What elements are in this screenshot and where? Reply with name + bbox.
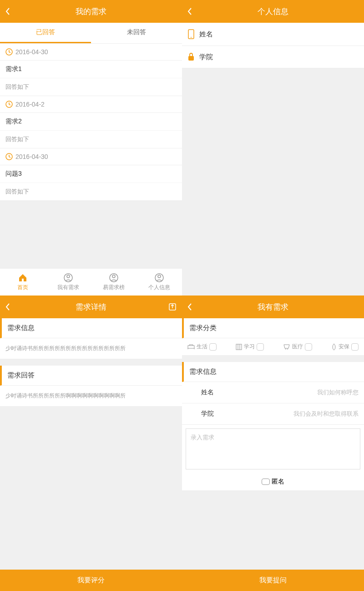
panel-submit-need: 我有需求 需求分类 生活 学习 医疗 安保 需求信息 姓名 我们如何称呼您 学院… <box>182 296 364 591</box>
header: 个人信息 <box>182 0 364 23</box>
item-title[interactable]: 需求2 <box>0 113 182 131</box>
svg-point-4 <box>67 275 70 278</box>
back-icon[interactable] <box>187 303 192 311</box>
header: 我有需求 <box>182 296 364 318</box>
panel-profile: 个人信息 姓名 学院 <box>182 0 364 296</box>
nav-rank[interactable]: 易需求榜 <box>91 269 136 296</box>
form-college-hint: 我们会及时和您取得联系 <box>293 410 359 418</box>
category-medical[interactable]: 医疗 <box>283 343 312 351</box>
tab-answered[interactable]: 已回答 <box>0 23 91 43</box>
item-title[interactable]: 需求1 <box>0 61 182 78</box>
need-answer-body: 少时诵诗书所所所所所所啊啊啊啊啊啊啊啊啊啊所 <box>0 386 182 407</box>
category-row: 生活 学习 医疗 安保 <box>182 338 364 356</box>
svg-point-10 <box>191 37 192 38</box>
item-title[interactable]: 问题3 <box>0 165 182 183</box>
clock-icon <box>5 48 13 56</box>
profile-college-row[interactable]: 学院 <box>182 46 364 68</box>
nav-label: 易需求榜 <box>103 284 125 291</box>
date-text: 2016-04-30 <box>15 153 48 160</box>
category-security[interactable]: 安保 <box>331 343 359 351</box>
rate-button[interactable]: 我要评分 <box>0 570 182 591</box>
date-text: 2016-04-2 <box>15 101 45 108</box>
clock-icon <box>5 153 13 160</box>
header: 我的需求 <box>0 0 182 23</box>
nav-label: 个人信息 <box>148 284 170 291</box>
profile-name-row[interactable]: 姓名 <box>182 23 364 46</box>
bottom-nav: 首页 我有需求 易需求榜 个人信息 <box>0 268 182 296</box>
nav-need[interactable]: 我有需求 <box>46 269 91 296</box>
study-icon <box>236 344 242 350</box>
checkbox[interactable] <box>262 479 270 485</box>
section-category: 需求分类 <box>182 318 364 338</box>
page-title: 我有需求 <box>258 302 288 312</box>
back-icon[interactable] <box>5 7 10 15</box>
home-icon <box>18 273 28 283</box>
category-study[interactable]: 学习 <box>236 343 264 351</box>
submit-button[interactable]: 我要提问 <box>182 570 364 591</box>
form-college-row[interactable]: 学院 我们会及时和您取得联系 <box>182 403 364 425</box>
phone-icon <box>187 29 195 39</box>
checkbox[interactable] <box>257 343 264 351</box>
section-need-info: 需求信息 <box>182 362 364 382</box>
user-icon <box>63 273 73 283</box>
checkbox[interactable] <box>305 343 312 351</box>
section-need-info: 需求信息 <box>0 318 182 338</box>
svg-rect-11 <box>188 56 194 61</box>
date-row: 2016-04-30 <box>0 148 182 165</box>
lock-icon <box>187 52 195 61</box>
svg-point-6 <box>112 275 115 278</box>
list-content: 2016-04-30 需求1 回答如下 2016-04-2 需求2 回答如下 2… <box>0 44 182 268</box>
svg-rect-13 <box>188 346 194 348</box>
category-label: 安保 <box>339 343 349 351</box>
page-title: 我的需求 <box>76 6 106 17</box>
back-icon[interactable] <box>5 303 10 311</box>
security-icon <box>331 343 337 351</box>
nav-profile[interactable]: 个人信息 <box>136 269 182 296</box>
user-icon <box>109 273 119 283</box>
user-icon <box>154 273 164 283</box>
category-life[interactable]: 生活 <box>187 343 217 351</box>
date-row: 2016-04-30 <box>0 44 182 61</box>
item-answer: 回答如下 <box>0 131 182 148</box>
svg-rect-14 <box>236 344 242 350</box>
checkbox[interactable] <box>351 343 359 351</box>
form-college-label: 学院 <box>187 410 214 418</box>
clock-icon <box>5 101 13 108</box>
checkbox[interactable] <box>209 343 217 351</box>
page-title: 需求详情 <box>76 302 106 312</box>
form-name-hint: 我们如何称呼您 <box>317 388 359 397</box>
panel-my-needs: 我的需求 已回答 未回答 2016-04-30 需求1 回答如下 2016-04… <box>0 0 182 296</box>
medical-icon <box>283 344 290 350</box>
share-icon[interactable] <box>168 303 177 311</box>
page-title: 个人信息 <box>258 6 288 17</box>
back-icon[interactable] <box>187 7 192 15</box>
nav-home[interactable]: 首页 <box>0 269 46 296</box>
nav-label: 首页 <box>17 284 28 291</box>
need-textarea[interactable]: 录入需求 <box>186 428 360 469</box>
category-label: 生活 <box>197 343 207 351</box>
anonymous-row[interactable]: 匿名 <box>182 473 364 491</box>
tabs: 已回答 未回答 <box>0 23 182 44</box>
tab-unanswered[interactable]: 未回答 <box>91 23 182 43</box>
header: 需求详情 <box>0 296 182 318</box>
date-row: 2016-04-2 <box>0 96 182 113</box>
profile-college-label: 学院 <box>199 53 213 61</box>
form-name-label: 姓名 <box>187 388 214 397</box>
profile-name-label: 姓名 <box>199 30 213 39</box>
item-answer: 回答如下 <box>0 183 182 201</box>
form-name-row[interactable]: 姓名 我们如何称呼您 <box>182 382 364 403</box>
panel-detail: 需求详情 需求信息 少时诵诗书所所所所所所所所所所所所所所所所所 需求回答 少时… <box>0 296 182 591</box>
category-label: 学习 <box>244 343 255 351</box>
need-info-body: 少时诵诗书所所所所所所所所所所所所所所所所所 <box>0 338 182 359</box>
nav-label: 我有需求 <box>57 284 79 291</box>
life-icon <box>187 344 195 350</box>
anonymous-label: 匿名 <box>272 478 284 486</box>
section-need-answer: 需求回答 <box>0 366 182 386</box>
category-label: 医疗 <box>292 343 303 351</box>
item-answer: 回答如下 <box>0 78 182 96</box>
svg-point-8 <box>158 275 161 278</box>
date-text: 2016-04-30 <box>15 48 48 56</box>
